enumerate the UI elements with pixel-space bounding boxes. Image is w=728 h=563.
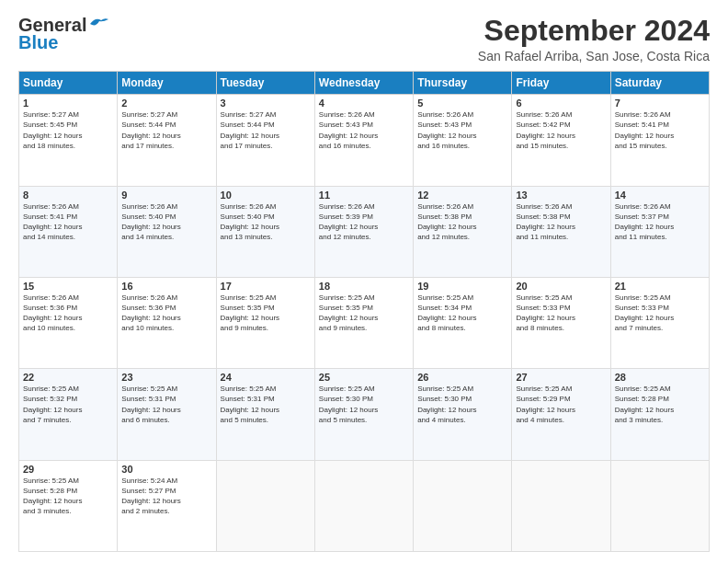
day-number: 11 [319,190,409,201]
logo-bird-icon [88,17,108,31]
day-number: 24 [221,372,311,383]
day-number: 6 [516,98,606,109]
calendar-cell: 1Sunrise: 5:27 AM Sunset: 5:45 PM Daylig… [19,95,118,186]
day-number: 2 [121,98,211,109]
calendar-cell: 3Sunrise: 5:27 AM Sunset: 5:44 PM Daylig… [216,95,314,186]
col-header-friday: Friday [512,72,610,95]
calendar-week-2: 8Sunrise: 5:26 AM Sunset: 5:41 PM Daylig… [19,186,710,277]
calendar-cell: 10Sunrise: 5:26 AM Sunset: 5:40 PM Dayli… [216,186,314,277]
logo: General Blue [18,15,108,53]
calendar-cell: 6Sunrise: 5:26 AM Sunset: 5:42 PM Daylig… [512,95,610,186]
calendar-header: SundayMondayTuesdayWednesdayThursdayFrid… [19,72,710,95]
day-number: 25 [319,372,409,383]
day-info: Sunrise: 5:26 AM Sunset: 5:41 PM Dayligh… [23,202,82,242]
calendar-cell [314,460,413,551]
calendar-cell: 27Sunrise: 5:25 AM Sunset: 5:29 PM Dayli… [512,369,610,460]
day-info: Sunrise: 5:25 AM Sunset: 5:33 PM Dayligh… [516,293,574,333]
day-info: Sunrise: 5:27 AM Sunset: 5:44 PM Dayligh… [121,110,180,150]
calendar-week-5: 29Sunrise: 5:25 AM Sunset: 5:28 PM Dayli… [19,460,710,551]
day-info: Sunrise: 5:25 AM Sunset: 5:32 PM Dayligh… [23,385,82,424]
day-info: Sunrise: 5:26 AM Sunset: 5:39 PM Dayligh… [319,202,378,242]
calendar-cell: 14Sunrise: 5:26 AM Sunset: 5:37 PM Dayli… [610,186,709,277]
day-number: 15 [23,281,113,292]
calendar-cell: 25Sunrise: 5:25 AM Sunset: 5:30 PM Dayli… [314,369,413,460]
calendar-cell: 24Sunrise: 5:25 AM Sunset: 5:31 PM Dayli… [216,369,314,460]
calendar-cell: 26Sunrise: 5:25 AM Sunset: 5:30 PM Dayli… [414,369,512,460]
day-info: Sunrise: 5:26 AM Sunset: 5:42 PM Dayligh… [516,110,574,150]
calendar-cell: 17Sunrise: 5:25 AM Sunset: 5:35 PM Dayli… [216,277,314,368]
calendar-cell: 30Sunrise: 5:24 AM Sunset: 5:27 PM Dayli… [118,460,216,551]
calendar-cell: 28Sunrise: 5:25 AM Sunset: 5:28 PM Dayli… [610,369,709,460]
day-number: 4 [319,98,409,109]
day-info: Sunrise: 5:26 AM Sunset: 5:36 PM Dayligh… [121,293,180,333]
day-info: Sunrise: 5:25 AM Sunset: 5:28 PM Dayligh… [615,385,674,424]
day-info: Sunrise: 5:25 AM Sunset: 5:29 PM Dayligh… [516,385,574,424]
calendar-cell: 16Sunrise: 5:26 AM Sunset: 5:36 PM Dayli… [118,277,216,368]
calendar-cell: 5Sunrise: 5:26 AM Sunset: 5:43 PM Daylig… [414,95,512,186]
calendar-cell: 4Sunrise: 5:26 AM Sunset: 5:43 PM Daylig… [314,95,413,186]
day-number: 27 [516,372,606,383]
day-number: 16 [121,281,211,292]
day-info: Sunrise: 5:26 AM Sunset: 5:36 PM Dayligh… [23,293,82,333]
main-title: September 2024 [478,15,710,47]
calendar-cell [512,460,610,551]
calendar-week-1: 1Sunrise: 5:27 AM Sunset: 5:45 PM Daylig… [19,95,710,186]
day-number: 21 [615,281,705,292]
day-number: 23 [121,372,211,383]
page: General Blue September 2024 San Rafael A… [0,0,728,563]
title-block: September 2024 San Rafael Arriba, San Jo… [478,15,710,63]
day-number: 28 [615,372,705,383]
day-number: 19 [417,281,507,292]
calendar: SundayMondayTuesdayWednesdayThursdayFrid… [18,71,710,552]
calendar-cell: 9Sunrise: 5:26 AM Sunset: 5:40 PM Daylig… [118,186,216,277]
day-number: 13 [516,190,606,201]
col-header-thursday: Thursday [414,72,512,95]
day-info: Sunrise: 5:25 AM Sunset: 5:30 PM Dayligh… [319,385,378,424]
day-number: 29 [23,464,113,475]
col-header-sunday: Sunday [19,72,118,95]
day-info: Sunrise: 5:27 AM Sunset: 5:45 PM Dayligh… [23,110,82,150]
calendar-cell: 21Sunrise: 5:25 AM Sunset: 5:33 PM Dayli… [610,277,709,368]
day-info: Sunrise: 5:25 AM Sunset: 5:31 PM Dayligh… [221,385,279,424]
calendar-cell: 13Sunrise: 5:26 AM Sunset: 5:38 PM Dayli… [512,186,610,277]
day-info: Sunrise: 5:26 AM Sunset: 5:41 PM Dayligh… [615,110,674,150]
day-number: 20 [516,281,606,292]
header: General Blue September 2024 San Rafael A… [18,15,710,63]
col-header-wednesday: Wednesday [314,72,413,95]
calendar-table: SundayMondayTuesdayWednesdayThursdayFrid… [18,71,710,552]
day-info: Sunrise: 5:26 AM Sunset: 5:43 PM Dayligh… [417,110,476,150]
calendar-cell: 23Sunrise: 5:25 AM Sunset: 5:31 PM Dayli… [118,369,216,460]
day-info: Sunrise: 5:25 AM Sunset: 5:31 PM Dayligh… [121,385,180,424]
calendar-cell: 20Sunrise: 5:25 AM Sunset: 5:33 PM Dayli… [512,277,610,368]
calendar-cell [216,460,314,551]
day-number: 26 [417,372,507,383]
calendar-cell: 7Sunrise: 5:26 AM Sunset: 5:41 PM Daylig… [610,95,709,186]
day-info: Sunrise: 5:26 AM Sunset: 5:40 PM Dayligh… [221,202,279,242]
subtitle: San Rafael Arriba, San Jose, Costa Rica [478,49,710,63]
day-number: 5 [417,98,507,109]
calendar-cell: 11Sunrise: 5:26 AM Sunset: 5:39 PM Dayli… [314,186,413,277]
calendar-week-4: 22Sunrise: 5:25 AM Sunset: 5:32 PM Dayli… [19,369,710,460]
day-info: Sunrise: 5:25 AM Sunset: 5:33 PM Dayligh… [615,293,674,333]
day-number: 8 [23,190,113,201]
calendar-cell: 2Sunrise: 5:27 AM Sunset: 5:44 PM Daylig… [118,95,216,186]
day-info: Sunrise: 5:25 AM Sunset: 5:28 PM Dayligh… [23,477,82,516]
day-number: 17 [221,281,311,292]
day-number: 7 [615,98,705,109]
day-info: Sunrise: 5:24 AM Sunset: 5:27 PM Dayligh… [121,477,180,516]
calendar-cell: 19Sunrise: 5:25 AM Sunset: 5:34 PM Dayli… [414,277,512,368]
calendar-cell: 8Sunrise: 5:26 AM Sunset: 5:41 PM Daylig… [19,186,118,277]
day-number: 12 [417,190,507,201]
logo-blue: Blue [18,32,58,53]
calendar-cell [610,460,709,551]
calendar-cell: 12Sunrise: 5:26 AM Sunset: 5:38 PM Dayli… [414,186,512,277]
day-info: Sunrise: 5:26 AM Sunset: 5:37 PM Dayligh… [615,202,674,242]
day-number: 3 [221,98,311,109]
day-info: Sunrise: 5:26 AM Sunset: 5:43 PM Dayligh… [319,110,378,150]
day-info: Sunrise: 5:26 AM Sunset: 5:38 PM Dayligh… [417,202,476,242]
day-number: 30 [121,464,211,475]
calendar-cell: 15Sunrise: 5:26 AM Sunset: 5:36 PM Dayli… [19,277,118,368]
day-number: 1 [23,98,113,109]
col-header-tuesday: Tuesday [216,72,314,95]
day-number: 22 [23,372,113,383]
